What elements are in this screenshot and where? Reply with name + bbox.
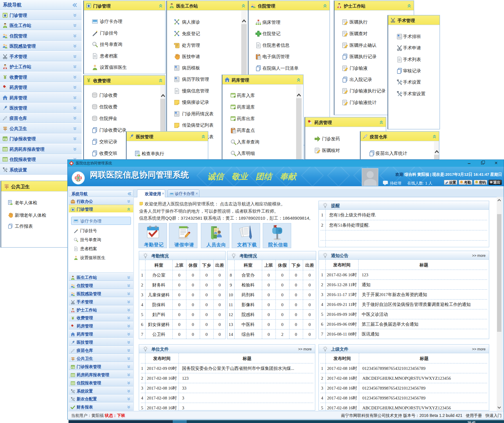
svg-text:¥: ¥: [72, 316, 74, 320]
svg-text:¥: ¥: [87, 78, 90, 83]
svg-text:¥: ¥: [4, 74, 7, 80]
